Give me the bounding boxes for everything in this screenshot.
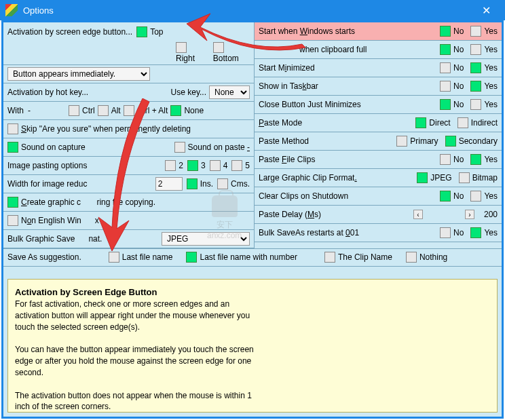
row-start-windows: Start when Windows starts No Yes: [255, 22, 502, 41]
row-clipboard-full: when clipboard full No Yes: [255, 41, 502, 59]
ctrlalt-check[interactable]: [124, 105, 134, 116]
ctrl-label: Ctrl: [82, 106, 95, 115]
sa-last[interactable]: [109, 252, 119, 263]
width-input[interactable]: [155, 177, 183, 191]
row-paste-delay: Paste Delay (Ms) ‹ › 200: [255, 206, 502, 224]
alt-label: Alt: [111, 106, 121, 115]
row-show-task: Show in Taskbar No Yes: [255, 77, 502, 96]
sm-yes[interactable]: [470, 62, 481, 73]
opt3-check[interactable]: [187, 160, 198, 171]
ins-check[interactable]: [187, 178, 198, 189]
yes: Yes: [484, 26, 498, 36]
top-check[interactable]: [136, 26, 147, 37]
create-graphic-check[interactable]: [7, 197, 18, 208]
desc-title: Activation by Screen Edge Button: [15, 287, 157, 297]
non-english-check[interactable]: [7, 215, 18, 226]
row-non-english: Non English Win x: [3, 212, 254, 230]
row-image-paste: Image pasting options 2 3 4 5: [3, 157, 254, 175]
pme-secondary[interactable]: [445, 136, 456, 147]
width-label: Width for image reduc: [7, 179, 87, 189]
pf-yes[interactable]: [470, 154, 481, 165]
direct: Direct: [429, 118, 450, 128]
no: No: [453, 26, 464, 36]
cs-no[interactable]: [440, 191, 451, 202]
right-label: Right: [176, 54, 195, 63]
sa-nothing[interactable]: [406, 252, 417, 263]
sw-yes[interactable]: [470, 26, 481, 37]
pme-primary[interactable]: [396, 136, 407, 147]
indirect: Indirect: [471, 118, 498, 128]
top-label: Top: [150, 27, 163, 37]
cm-yes[interactable]: [470, 99, 481, 110]
alt-check[interactable]: [98, 105, 109, 116]
row-with: With - Ctrl Alt Ctrl + Alt None: [3, 102, 254, 120]
delay-down[interactable]: ‹: [413, 210, 423, 219]
bottom-check[interactable]: [213, 42, 224, 53]
main-panel: Activation by screen edge button... Top …: [1, 20, 504, 419]
opt2-check[interactable]: [165, 160, 176, 171]
lg-jpeg[interactable]: [417, 172, 428, 183]
br-no[interactable]: [440, 227, 451, 238]
close-button[interactable]: ✕: [472, 0, 500, 20]
br-yes[interactable]: [470, 227, 481, 238]
no4: No: [453, 81, 464, 91]
cm-no[interactable]: [440, 99, 451, 110]
delay-up[interactable]: ›: [465, 210, 474, 219]
lg-bitmap[interactable]: [459, 172, 470, 183]
hotkey-label: Activation by hot key...: [7, 88, 88, 97]
opt5-check[interactable]: [231, 160, 242, 171]
window-title: Options: [23, 5, 472, 16]
pm-indirect[interactable]: [457, 117, 468, 128]
bulk-restart-label: Bulk SaveAs restarts at 001: [259, 228, 359, 237]
row-create-graphic: Create graphic c ring file copying.: [3, 193, 254, 212]
yes2: Yes: [484, 45, 498, 54]
desc-p2: You can have the button appear immediate…: [15, 344, 259, 378]
cf-no[interactable]: [440, 44, 451, 55]
skip-check[interactable]: [7, 123, 18, 134]
sa-lastnum[interactable]: [186, 252, 197, 263]
sound-paste-label: Sound on paste -: [188, 142, 250, 152]
image-pasting-label: Image pasting options: [7, 161, 87, 170]
sm-no[interactable]: [440, 62, 451, 73]
start-windows-label: Start when Windows starts: [259, 26, 355, 36]
opt4-check[interactable]: [210, 160, 221, 171]
sa-clip[interactable]: [324, 252, 335, 263]
row-hotkey: Activation by hot key... Use key... None: [3, 83, 254, 102]
row-bulk-restart: Bulk SaveAs restarts at 001 No Yes: [255, 224, 502, 242]
right-check[interactable]: [176, 42, 187, 53]
row-width: Width for image reduc Ins. Cms.: [3, 175, 254, 193]
none-check[interactable]: [170, 105, 181, 116]
description-box: Activation by Screen Edge Button For fas…: [7, 279, 498, 413]
activation-edge-label: Activation by screen edge button...: [7, 27, 132, 37]
cs-yes[interactable]: [470, 191, 481, 202]
bitmap: Bitmap: [472, 173, 498, 183]
row-activation-edge2: Right Bottom: [3, 41, 254, 65]
pf-no[interactable]: [440, 154, 451, 165]
sw-no[interactable]: [440, 26, 451, 37]
sound-capture-check[interactable]: [7, 142, 18, 153]
row-paste-method: Paste Method Primary Secondary: [255, 132, 502, 151]
paste-mode-label: Paste Mode: [259, 118, 302, 128]
skip-label: Skip "Are you sure" when permanently del…: [21, 124, 191, 134]
n5: 5: [245, 161, 250, 170]
button-appears-select[interactable]: Button appears immediately.: [7, 67, 150, 81]
paste-file-label: Paste File Clips: [259, 155, 315, 164]
row-clear-shutdown: Clear Clips on Shutdown No Yes: [255, 187, 502, 206]
sound-paste-check[interactable]: [174, 142, 185, 153]
use-key-select[interactable]: None: [209, 85, 250, 99]
no3: No: [453, 63, 464, 73]
app-icon: [5, 4, 18, 16]
pm-direct[interactable]: [415, 117, 426, 128]
cf-yes[interactable]: [470, 44, 481, 55]
bulk-save-select[interactable]: JPEG: [162, 232, 250, 246]
cms-check[interactable]: [217, 178, 228, 189]
titlebar: Options ✕: [0, 0, 505, 20]
st-yes[interactable]: [470, 81, 481, 92]
non-english-label: Non English Win x: [21, 216, 99, 225]
no5: No: [453, 100, 464, 109]
row-close-min: Close Button Just Minimizes No Yes: [255, 96, 502, 114]
no8: No: [453, 228, 464, 237]
n3: 3: [201, 161, 206, 170]
ctrl-check[interactable]: [69, 105, 79, 116]
st-no[interactable]: [440, 81, 451, 92]
